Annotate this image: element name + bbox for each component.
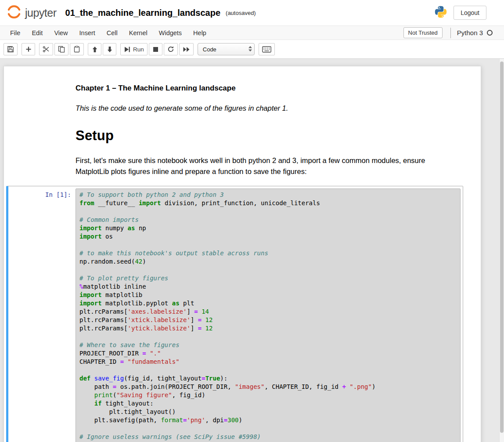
fast-forward-icon xyxy=(183,47,190,52)
cell-type-select[interactable]: Code xyxy=(198,43,255,55)
code-cell-1[interactable]: In [1]: # To support both python 2 and p… xyxy=(6,186,463,442)
chapter-heading: Chapter 1 – The Machine Learning landsca… xyxy=(76,84,461,93)
input-prompt: In [1]: xyxy=(45,191,71,198)
menu-view[interactable]: View xyxy=(48,29,73,36)
notebook-page: Chapter 1 – The Machine Learning landsca… xyxy=(4,66,481,442)
paste-icon xyxy=(73,46,80,53)
menu-bar: File Edit View Insert Cell Kernel Widget… xyxy=(0,25,504,40)
markdown-cell-intro[interactable]: Chapter 1 – The Machine Learning landsca… xyxy=(6,81,463,115)
insert-group xyxy=(22,43,35,55)
menu-divider xyxy=(450,28,451,38)
save-group xyxy=(4,43,18,55)
jupyter-orbit-icon xyxy=(6,4,22,22)
notebook-area: Chapter 1 – The Machine Learning landsca… xyxy=(0,59,504,442)
stop-icon xyxy=(153,47,158,52)
restart-run-all-button[interactable] xyxy=(179,43,194,55)
prompt-spacer xyxy=(11,84,76,112)
run-group: Run xyxy=(120,43,194,55)
menu-help[interactable]: Help xyxy=(187,29,212,36)
markdown-content: Setup First, let's make sure this notebo… xyxy=(76,128,461,177)
setup-paragraph: First, let's make sure this notebook wor… xyxy=(76,155,457,177)
paste-button[interactable] xyxy=(70,43,84,55)
move-cell-down-button[interactable] xyxy=(103,43,116,55)
clipboard-group xyxy=(39,43,84,55)
prompt-col: In [1]: xyxy=(11,188,76,442)
plus-icon xyxy=(25,46,32,52)
menu-edit[interactable]: Edit xyxy=(26,29,48,36)
move-group xyxy=(88,43,116,55)
menu-kernel[interactable]: Kernel xyxy=(123,29,153,36)
markdown-cell-setup[interactable]: Setup First, let's make sure this notebo… xyxy=(6,115,463,180)
insert-cell-button[interactable] xyxy=(22,43,35,55)
run-label: Run xyxy=(133,46,144,53)
scrollbar-track[interactable] xyxy=(499,59,504,442)
markdown-content: Chapter 1 – The Machine Learning landsca… xyxy=(76,84,461,112)
jupyter-logo-text: jupyter xyxy=(25,7,57,19)
logout-button[interactable]: Logout xyxy=(454,6,486,20)
interrupt-kernel-button[interactable] xyxy=(149,43,162,55)
kernel-idle-icon xyxy=(487,30,493,36)
notebook-title[interactable]: 01_the_machine_learning_landscape xyxy=(65,8,221,18)
jupyter-logo[interactable]: jupyter xyxy=(6,4,57,22)
menu-cell[interactable]: Cell xyxy=(101,29,123,36)
header-left: jupyter 01_the_machine_learning_landscap… xyxy=(6,4,256,22)
code-editor[interactable]: # To support both python 2 and python 3f… xyxy=(76,188,461,442)
restart-kernel-button[interactable] xyxy=(164,43,178,55)
cut-button[interactable] xyxy=(39,43,53,55)
autosave-status: (autosaved) xyxy=(226,10,256,16)
save-button[interactable] xyxy=(4,43,18,55)
header: jupyter 01_the_machine_learning_landscap… xyxy=(0,0,504,25)
not-trusted-button[interactable]: Not Trusted xyxy=(403,27,443,38)
run-button[interactable]: Run xyxy=(120,43,148,55)
copy-icon xyxy=(58,46,65,53)
chevron-updown-icon xyxy=(248,45,252,54)
menu-insert[interactable]: Insert xyxy=(74,29,101,36)
menu-file[interactable]: File xyxy=(4,29,26,36)
menu-widgets[interactable]: Widgets xyxy=(153,29,187,36)
arrow-down-icon xyxy=(107,46,113,53)
header-right: Logout xyxy=(434,5,486,20)
floppy-icon xyxy=(7,46,14,53)
keyboard-icon xyxy=(262,46,271,53)
cell-type-value: Code xyxy=(203,46,216,53)
code-content: # To support both python 2 and python 3f… xyxy=(79,191,457,441)
python-logo-icon xyxy=(434,5,447,20)
chapter-subtitle: This is the code used to generate some o… xyxy=(76,104,461,112)
step-forward-icon xyxy=(124,46,130,53)
copy-button[interactable] xyxy=(54,43,68,55)
toolbar: Run Code xyxy=(0,40,504,59)
kernel-name: Python 3 xyxy=(457,29,483,36)
menu-right: Not Trusted Python 3 xyxy=(403,27,493,38)
command-palette-button[interactable] xyxy=(259,43,275,55)
menu-items: File Edit View Insert Cell Kernel Widget… xyxy=(4,29,212,36)
palette-group xyxy=(259,43,275,55)
refresh-icon xyxy=(167,46,174,53)
arrow-up-icon xyxy=(92,46,98,53)
prompt-spacer xyxy=(11,128,76,177)
scissors-icon xyxy=(43,46,50,53)
scrollbar-thumb[interactable] xyxy=(500,62,504,433)
setup-heading: Setup xyxy=(76,128,461,144)
move-cell-up-button[interactable] xyxy=(88,43,101,55)
